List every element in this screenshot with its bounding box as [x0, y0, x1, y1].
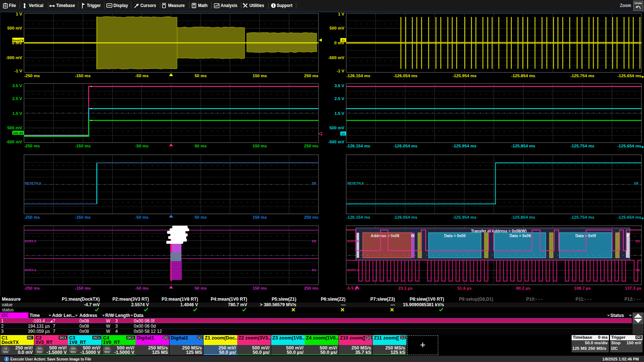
svg-text:2.5 V: 2.5 V [12, 96, 22, 101]
svg-text:DATA 0: DATA 0 [347, 239, 359, 243]
svg-text:DATA 0: DATA 0 [25, 239, 36, 243]
svg-text:-500 mV: -500 mV [328, 140, 344, 144]
svg-text:150 ms: 150 ms [252, 74, 267, 78]
svg-text:-125.654 ms: -125.654 ms [617, 74, 641, 78]
svg-text:-250 ms: -250 ms [24, 286, 40, 290]
svg-text:-125.654 ms: -125.654 ms [617, 215, 641, 219]
svg-text:-125.754 ms: -125.754 ms [570, 74, 594, 78]
svg-text:-250 ms: -250 ms [24, 144, 40, 148]
svg-text:-126.054 ms: -126.054 ms [393, 215, 417, 219]
svg-text:500 mV: 500 mV [7, 26, 23, 30]
svg-text:-50 ms: -50 ms [135, 144, 149, 148]
svg-text:D8: D8 [634, 181, 638, 185]
svg-text:D1: D1 [312, 268, 316, 272]
svg-text:-125.854 ms: -125.854 ms [511, 74, 535, 78]
svg-text:-50 ms: -50 ms [135, 215, 149, 219]
svg-text:150 ms: 150 ms [252, 215, 267, 219]
svg-text:-1 V: -1 V [337, 69, 344, 73]
svg-text:Data = 0x06: Data = 0x06 [510, 233, 531, 238]
svg-text:D0: D0 [312, 239, 316, 243]
svg-text:Z1: Z1 [342, 39, 345, 42]
svg-text:150 ms: 150 ms [252, 286, 267, 290]
svg-text:50 ms: 50 ms [195, 215, 207, 219]
svg-text:-126.054 ms: -126.054 ms [393, 74, 417, 78]
svg-text:-50 ms: -50 ms [135, 74, 149, 78]
svg-text:-126.154 ms: -126.154 ms [346, 74, 370, 78]
svg-text:2.5 V: 2.5 V [334, 96, 344, 101]
svg-text:-125.654 ms: -125.654 ms [617, 144, 641, 148]
svg-text:-126.054 ms: -126.054 ms [393, 144, 417, 148]
svg-text:50 ms: 50 ms [195, 74, 207, 78]
svg-text:Address = 0x08: Address = 0x08 [371, 233, 399, 238]
svg-text:Z2: Z2 [342, 132, 345, 136]
svg-text:-150 ms: -150 ms [75, 215, 91, 219]
svg-text:-500 mV: -500 mV [6, 140, 22, 144]
svg-text:1.5 V: 1.5 V [334, 111, 344, 116]
svg-text:1 V: 1 V [338, 12, 345, 16]
svg-text:-250 ms: -250 ms [24, 215, 40, 219]
svg-text:137.3 µs: 137.3 µs [625, 286, 641, 290]
svg-text:D0: D0 [636, 239, 640, 243]
svg-text:-250 ms: -250 ms [24, 74, 40, 78]
svg-text:23.1 µs: 23.1 µs [398, 286, 413, 290]
svg-text:-50 ms: -50 ms [135, 286, 149, 290]
svg-text:DATA 1: DATA 1 [25, 268, 36, 272]
svg-text:-126.154 ms: -126.154 ms [346, 144, 370, 148]
svg-text:P: P [626, 233, 629, 238]
svg-text:RESETN 8: RESETN 8 [347, 181, 364, 185]
svg-text:-500 mV: -500 mV [328, 55, 344, 60]
svg-text:51.6 µs: 51.6 µs [457, 286, 472, 290]
svg-text:50 ms: 50 ms [195, 286, 207, 290]
svg-text:3.5 V: 3.5 V [12, 83, 22, 88]
svg-text:-150 ms: -150 ms [75, 144, 91, 148]
svg-text:RESETN 8: RESETN 8 [25, 181, 41, 185]
svg-text:-126.154 ms: -126.154 ms [346, 215, 370, 219]
svg-text:108.7 µs: 108.7 µs [574, 286, 591, 290]
svg-text:W: W [411, 233, 415, 238]
svg-text:500 mV: 500 mV [330, 26, 345, 30]
svg-text:-125.854 ms: -125.854 ms [511, 215, 535, 219]
svg-text:250 ms: 250 ms [304, 144, 318, 148]
svg-text:-125.754 ms: -125.754 ms [570, 144, 594, 148]
svg-text:250 ms: 250 ms [304, 74, 318, 78]
svg-text:-125.854 ms: -125.854 ms [511, 144, 535, 148]
svg-text:250 ms: 250 ms [304, 215, 318, 219]
svg-text:500 mV: 500 mV [330, 126, 345, 130]
svg-text:80.2 µs: 80.2 µs [516, 286, 531, 290]
svg-text:50 ms: 50 ms [195, 144, 207, 148]
svg-text:-500 mV: -500 mV [6, 55, 22, 60]
svg-text:D8: D8 [312, 181, 316, 185]
svg-text:Transfer at Address = 0x08(W): Transfer at Address = 0x08(W) [471, 229, 527, 233]
svg-text:DockTX: DockTX [13, 39, 24, 42]
svg-text:-125.954 ms: -125.954 ms [452, 144, 476, 148]
svg-text:Data = 0x00: Data = 0x00 [444, 233, 466, 238]
svg-text:-125.954 ms: -125.954 ms [452, 74, 476, 78]
svg-text:1V0_RT: 1V0_RT [13, 132, 23, 135]
svg-text:1 V: 1 V [16, 12, 23, 16]
svg-text:1.5 V: 1.5 V [12, 111, 22, 116]
svg-text:-1 V: -1 V [14, 69, 22, 73]
svg-text:3.5 V: 3.5 V [334, 83, 344, 88]
svg-text:-125.754 ms: -125.754 ms [570, 215, 594, 219]
svg-text:DATA 1: DATA 1 [347, 268, 359, 272]
svg-text:-125.954 ms: -125.954 ms [452, 215, 476, 219]
svg-text:500 mV: 500 mV [7, 126, 23, 130]
svg-text:250 ms: 250 ms [304, 286, 318, 290]
svg-text:D1: D1 [636, 268, 640, 272]
svg-text:-150 ms: -150 ms [75, 286, 91, 290]
svg-text:150 ms: 150 ms [252, 144, 267, 148]
svg-text:-150 ms: -150 ms [75, 74, 91, 78]
